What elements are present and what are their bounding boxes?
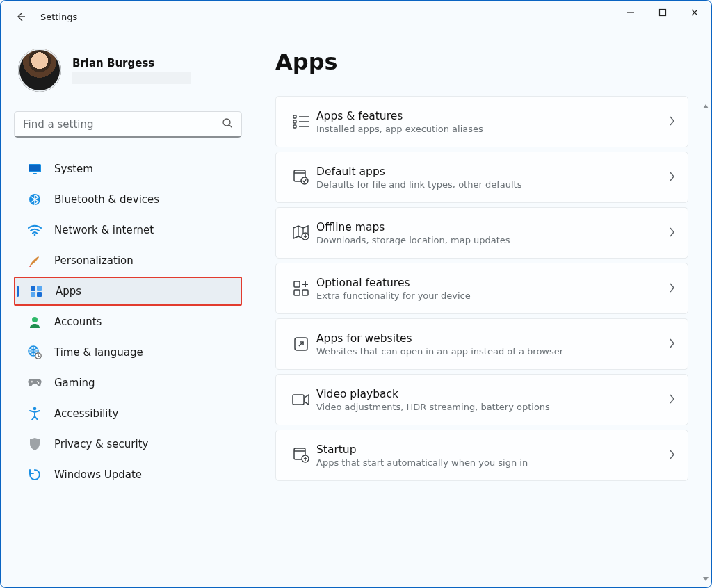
card-default-apps[interactable]: Default apps Defaults for file and link … (275, 152, 688, 203)
card-title: Default apps (316, 165, 521, 178)
main-pane: Apps Apps & features Installed apps, app… (256, 33, 712, 588)
sidebar-item-label: Accounts (54, 316, 102, 328)
profile-email-placeholder (72, 72, 191, 84)
card-sub: Websites that can open in an app instead… (316, 346, 563, 357)
svg-rect-24 (294, 290, 300, 295)
card-video-playback[interactable]: Video playback Video adjustments, HDR st… (275, 374, 688, 425)
chevron-right-icon (668, 449, 675, 462)
minimize-button[interactable] (615, 1, 647, 24)
svg-point-15 (38, 382, 40, 384)
sidebar-nav: System Bluetooth & devices Network & int… (14, 154, 242, 489)
chevron-right-icon (668, 227, 675, 240)
search-input[interactable] (23, 118, 222, 131)
gamepad-icon (28, 376, 42, 390)
sidebar-item-label: Privacy & security (54, 438, 148, 450)
card-title: Apps & features (316, 110, 483, 122)
card-sub: Apps that start automatically when you s… (316, 457, 528, 468)
sidebar-item-accounts[interactable]: Accounts (14, 307, 242, 336)
accessibility-icon (28, 407, 42, 420)
bluetooth-icon (28, 193, 42, 206)
sidebar-item-time-language[interactable]: Time & language (14, 338, 242, 367)
svg-rect-18 (293, 120, 296, 123)
svg-rect-7 (31, 286, 35, 291)
sidebar-item-bluetooth[interactable]: Bluetooth & devices (14, 185, 242, 214)
sidebar-item-label: Bluetooth & devices (54, 193, 159, 206)
svg-rect-10 (37, 292, 42, 297)
map-icon (286, 225, 316, 240)
sidebar-item-label: Apps (56, 285, 81, 297)
sidebar-item-apps[interactable]: Apps (14, 277, 242, 306)
sidebar-item-label: System (54, 163, 93, 175)
sidebar-item-windows-update[interactable]: Windows Update (14, 460, 242, 489)
close-button[interactable] (679, 1, 711, 24)
sidebar-item-label: Network & internet (54, 224, 154, 236)
svg-rect-17 (293, 115, 296, 118)
profile-block[interactable]: Brian Burgess (14, 49, 242, 92)
grid-plus-icon (286, 281, 316, 296)
sidebar-item-label: Accessibility (54, 407, 118, 420)
video-icon (286, 393, 316, 406)
svg-point-6 (34, 234, 36, 236)
open-external-icon (286, 336, 316, 352)
sidebar-item-accessibility[interactable]: Accessibility (14, 399, 242, 428)
titlebar: Settings (0, 0, 712, 33)
person-icon (28, 315, 42, 329)
sidebar-item-system[interactable]: System (14, 154, 242, 183)
card-title: Apps for websites (316, 332, 563, 345)
chevron-right-icon (668, 115, 675, 129)
svg-rect-23 (294, 281, 300, 287)
card-offline-maps[interactable]: Offline maps Downloads, storage location… (275, 207, 688, 259)
sidebar-item-label: Personalization (54, 254, 134, 267)
card-title: Optional features (316, 277, 471, 289)
svg-rect-27 (293, 395, 304, 405)
card-title: Video playback (316, 388, 550, 400)
svg-point-11 (32, 317, 38, 322)
scroll-down-arrow[interactable] (701, 574, 711, 584)
card-apps-for-websites[interactable]: Apps for websites Websites that can open… (275, 318, 688, 370)
avatar (18, 49, 61, 92)
chevron-right-icon (668, 338, 675, 351)
svg-point-14 (37, 381, 38, 382)
card-sub: Installed apps, app execution aliases (316, 124, 483, 134)
card-startup[interactable]: Startup Apps that start automatically wh… (275, 430, 688, 481)
card-optional-features[interactable]: Optional features Extra functionality fo… (275, 263, 688, 314)
wifi-icon (28, 223, 42, 237)
sidebar-item-label: Windows Update (54, 468, 142, 481)
sidebar-item-label: Time & language (54, 346, 143, 359)
sidebar: Brian Burgess System Bluetooth & dev (0, 33, 256, 588)
shield-icon (28, 437, 42, 451)
profile-name: Brian Burgess (72, 57, 191, 70)
window-title: Settings (40, 12, 77, 22)
svg-rect-19 (293, 125, 296, 128)
svg-point-16 (33, 407, 37, 411)
card-sub: Downloads, storage location, map updates (316, 235, 510, 245)
sidebar-item-gaming[interactable]: Gaming (14, 368, 242, 398)
chevron-right-icon (668, 393, 675, 407)
svg-rect-3 (29, 165, 40, 171)
card-sub: Extra functionality for your device (316, 291, 471, 301)
update-icon (28, 468, 42, 482)
sidebar-item-personalization[interactable]: Personalization (14, 246, 242, 275)
monitor-icon (28, 162, 42, 176)
startup-icon (286, 448, 316, 463)
settings-cards: Apps & features Installed apps, app exec… (275, 96, 688, 481)
sidebar-item-network[interactable]: Network & internet (14, 215, 242, 245)
back-button[interactable] (15, 10, 28, 23)
scroll-up-arrow[interactable] (701, 101, 711, 111)
svg-point-1 (223, 119, 230, 126)
search-input-wrap[interactable] (14, 111, 242, 138)
default-app-icon (286, 170, 316, 185)
card-title: Startup (316, 443, 528, 456)
caption-buttons (615, 1, 711, 24)
chevron-right-icon (668, 171, 675, 184)
sidebar-item-privacy[interactable]: Privacy & security (14, 430, 242, 459)
sidebar-item-label: Gaming (54, 377, 95, 389)
list-icon (286, 115, 316, 129)
search-icon (222, 117, 233, 131)
globe-clock-icon (28, 345, 42, 359)
card-sub: Defaults for file and link types, other … (316, 179, 521, 190)
maximize-button[interactable] (647, 1, 679, 24)
svg-rect-8 (37, 286, 42, 291)
apps-icon (29, 284, 43, 298)
card-apps-features[interactable]: Apps & features Installed apps, app exec… (275, 96, 688, 147)
